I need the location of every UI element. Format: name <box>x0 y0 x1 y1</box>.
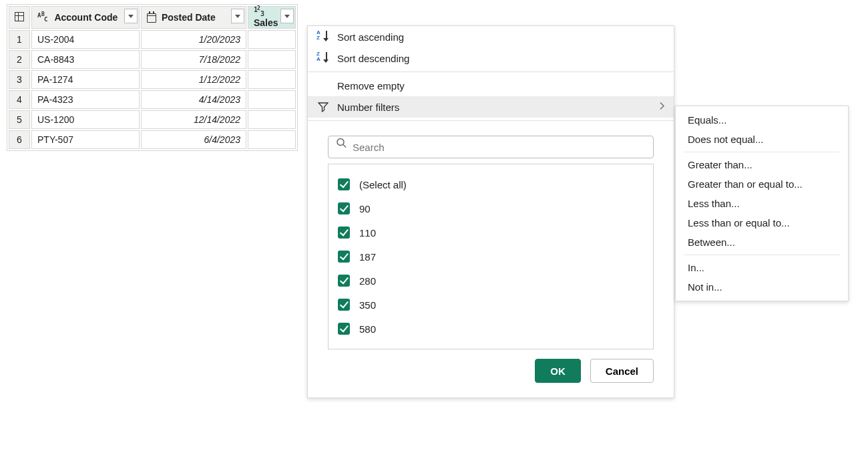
checkbox-icon <box>338 275 350 287</box>
row-number: 3 <box>9 70 30 89</box>
subitem-between[interactable]: Between... <box>676 233 848 252</box>
number-filter-submenu: Equals... Does not equal... Greater than… <box>675 106 849 301</box>
cancel-button[interactable]: Cancel <box>590 359 654 383</box>
subitem-in[interactable]: In... <box>676 258 848 277</box>
row-number: 5 <box>9 110 30 129</box>
text-type-icon <box>37 13 49 23</box>
chevron-right-icon <box>659 102 666 113</box>
cell-sales <box>248 50 296 69</box>
subitem-less[interactable]: Less than... <box>676 194 848 213</box>
search-row <box>308 124 674 164</box>
row-number: 6 <box>9 130 30 149</box>
cell-date: 7/18/2022 <box>141 50 246 69</box>
column-filter-menu: AZ Sort ascending ZA Sort descending Rem… <box>307 25 674 398</box>
menu-label: Number filters <box>337 102 399 113</box>
caret-down-icon <box>128 15 134 18</box>
sort-asc-icon: AZ <box>314 26 332 47</box>
subitem-equals[interactable]: Equals... <box>676 110 848 130</box>
table-row[interactable]: 1US-20041/20/2023 <box>9 30 296 49</box>
check-value[interactable]: 580 <box>338 317 644 341</box>
column-header-label: Posted Date <box>162 12 216 23</box>
cell-sales <box>248 70 296 89</box>
checkbox-icon <box>338 226 350 239</box>
sort-desc-icon: ZA <box>314 47 332 69</box>
menu-separator <box>308 71 674 72</box>
check-select-all[interactable]: (Select all) <box>338 172 644 196</box>
column-header-label: Sales <box>254 17 278 28</box>
table-row[interactable]: 5US-120012/14/2022 <box>9 110 296 129</box>
cell-sales <box>248 110 296 129</box>
ok-button[interactable]: OK <box>535 359 581 383</box>
check-value[interactable]: 90 <box>338 196 644 220</box>
check-value[interactable]: 280 <box>338 269 644 293</box>
caret-down-icon <box>235 15 240 18</box>
checkbox-icon <box>338 251 350 263</box>
menu-label: Sort descending <box>337 53 409 64</box>
table-row[interactable]: 6PTY-5076/4/2023 <box>9 130 296 149</box>
cell-account: PA-4323 <box>31 90 140 109</box>
data-grid: Account Code Posted Date Sales 1US-20041… <box>7 4 298 151</box>
subitem-not-in[interactable]: Not in... <box>676 277 848 297</box>
subitem-greater-eq[interactable]: Greater than or equal to... <box>676 174 848 194</box>
checklist-label: 90 <box>359 203 371 214</box>
cell-account: CA-8843 <box>31 50 140 69</box>
column-header-sales[interactable]: Sales <box>248 6 296 29</box>
check-value[interactable]: 187 <box>338 245 644 269</box>
cell-date: 6/4/2023 <box>141 130 246 149</box>
check-value[interactable]: 350 <box>338 293 644 317</box>
corner-cell[interactable] <box>9 6 30 29</box>
cell-date: 1/12/2022 <box>141 70 246 89</box>
menu-item-remove-empty[interactable]: Remove empty <box>308 75 674 96</box>
subitem-greater[interactable]: Greater than... <box>676 155 848 174</box>
caret-down-icon <box>284 15 290 18</box>
table-row[interactable]: 2CA-88437/18/2022 <box>9 50 296 69</box>
cell-account: PA-1274 <box>31 70 140 89</box>
row-number: 4 <box>9 90 30 109</box>
checklist-label: 280 <box>359 275 376 287</box>
cell-sales <box>248 130 296 149</box>
column-header-date[interactable]: Posted Date <box>141 6 246 29</box>
date-type-icon <box>147 13 156 23</box>
subitem-not-equal[interactable]: Does not equal... <box>676 130 848 149</box>
dropdown-button-sales[interactable] <box>280 9 294 23</box>
row-number: 2 <box>9 50 30 69</box>
cell-date: 4/14/2023 <box>141 90 246 109</box>
menu-item-sort-desc[interactable]: ZA Sort descending <box>308 47 674 69</box>
column-header-label: Account Code <box>54 12 118 23</box>
menu-item-number-filters[interactable]: Number filters <box>308 96 674 118</box>
checklist-label: 580 <box>359 323 376 335</box>
checklist-label: (Select all) <box>359 179 407 190</box>
checkbox-icon <box>338 202 350 214</box>
value-checklist: (Select all) 90110187280350580 <box>328 164 654 349</box>
menu-item-sort-asc[interactable]: AZ Sort ascending <box>308 26 674 47</box>
dropdown-button-date[interactable] <box>231 9 244 23</box>
filter-icon <box>314 96 332 118</box>
cell-sales <box>248 30 296 49</box>
submenu-separator <box>684 152 840 152</box>
cell-date: 1/20/2023 <box>141 30 246 49</box>
menu-separator <box>308 120 674 121</box>
table-row[interactable]: 3PA-12741/12/2022 <box>9 70 296 89</box>
cell-date: 12/14/2022 <box>141 110 246 129</box>
checkbox-icon <box>338 299 350 311</box>
menu-label: Sort ascending <box>337 31 404 43</box>
subitem-less-eq[interactable]: Less than or equal to... <box>676 213 848 233</box>
check-value[interactable]: 110 <box>338 220 644 245</box>
checkbox-icon <box>338 178 350 190</box>
table-row[interactable]: 4PA-43234/14/2023 <box>9 90 296 109</box>
checklist-label: 350 <box>359 299 376 311</box>
menu-label: Remove empty <box>337 80 405 92</box>
checklist-label: 110 <box>359 227 376 239</box>
cell-account: US-1200 <box>31 110 140 129</box>
checklist-label: 187 <box>359 251 376 263</box>
search-input[interactable] <box>328 136 654 158</box>
row-number: 1 <box>9 30 30 49</box>
checkbox-icon <box>338 323 350 335</box>
cell-account: PTY-507 <box>31 130 140 149</box>
button-row: OK Cancel <box>308 359 674 398</box>
table-icon <box>15 12 24 21</box>
dropdown-button-account[interactable] <box>124 9 138 23</box>
column-header-account[interactable]: Account Code <box>31 6 140 29</box>
cell-sales <box>248 90 296 109</box>
submenu-separator <box>684 255 840 255</box>
